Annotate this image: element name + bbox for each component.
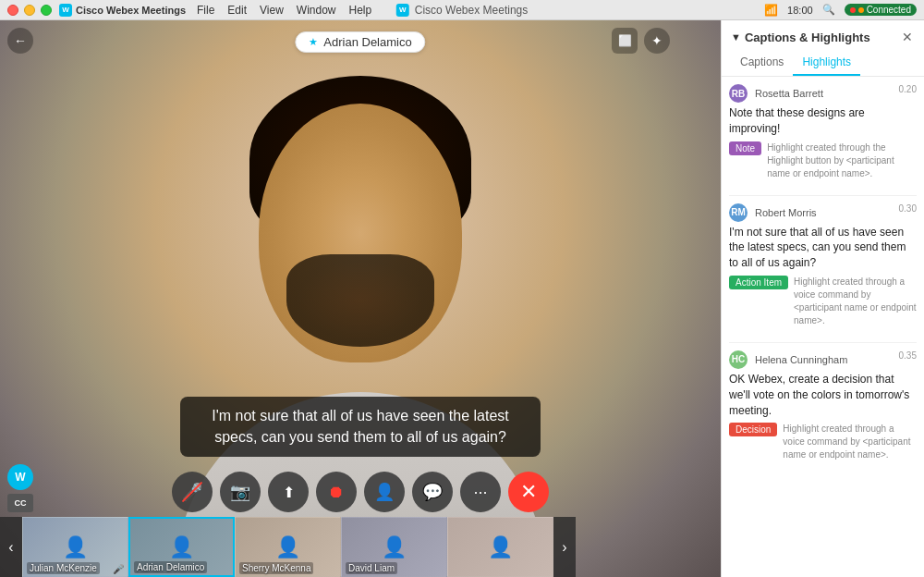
webex-icon: W [396, 4, 409, 17]
highlight-header-2: HC Helena Cunningham 0.35 [729, 350, 917, 369]
menu-bar: File Edit View Window Help [197, 4, 371, 17]
tag-badge-1: Action Item [729, 276, 788, 289]
highlight-time-2: 0.35 [899, 350, 917, 361]
avatar-1: RM [729, 203, 748, 222]
panel-content: RB Rosetta Barrett 0.20 Note that these … [722, 77, 924, 577]
highlight-item-1: RM Robert Morris 0.30 I'm not sure that … [729, 203, 917, 327]
minimize-window-button[interactable] [24, 5, 35, 16]
controls-bar: 🎤 📷 ⬆ ⏺ 👤 💬 ··· ✕ [172, 472, 549, 512]
connected-badge: Connected [845, 4, 917, 16]
back-button[interactable]: ← [7, 28, 33, 54]
end-call-button[interactable]: ✕ [508, 472, 549, 512]
window-title-label: Cisco Webex Meetings [415, 4, 529, 17]
menu-edit[interactable]: Edit [227, 4, 247, 17]
record-button[interactable]: ⏺ [316, 472, 357, 512]
video-button[interactable]: 📷 [220, 472, 261, 512]
menu-help[interactable]: Help [349, 4, 372, 17]
thumb-nav-right[interactable]: › [553, 517, 576, 577]
thumbnail-item-3[interactable]: 👤 David Liam [341, 517, 447, 577]
highlight-text-1: I'm not sure that all of us have seen th… [729, 225, 917, 271]
right-panel: ▼ Captions & Highlights ✕ Captions Highl… [721, 20, 924, 577]
thumb-name-0: Julian McKenzie [27, 562, 100, 574]
wifi-icon: 📶 [764, 4, 778, 17]
app-name: W Cisco Webex Meetings [59, 4, 186, 17]
tag-badge-0: Note [729, 141, 761, 155]
highlight-item-2: HC Helena Cunningham 0.35 OK Webex, crea… [729, 350, 917, 461]
caption-bar: I'm not sure that all of us have seen th… [180, 397, 541, 457]
panel-header: ▼ Captions & Highlights ✕ Captions Highl… [722, 20, 924, 77]
highlight-time-1: 0.30 [899, 203, 917, 214]
menu-file[interactable]: File [197, 4, 214, 17]
time-display: 18:00 [787, 5, 813, 16]
highlight-text-0: Note that these designs are improving! [729, 105, 917, 137]
tag-desc-2: Highlight created through a voice comman… [783, 423, 917, 461]
highlight-header-0: RB Rosetta Barrett 0.20 [729, 84, 917, 103]
panel-title-label: Captions & Highlights [745, 31, 870, 44]
share-button[interactable]: ⬆ [268, 472, 309, 512]
webex-logo: W [7, 464, 33, 490]
menu-view[interactable]: View [260, 4, 284, 17]
caption-text: I'm not sure that all of us have seen th… [212, 408, 508, 444]
app-title-label: Cisco Webex Meetings [76, 5, 186, 16]
divider-0 [729, 195, 917, 196]
thumb-nav-left[interactable]: ‹ [0, 517, 22, 577]
highlight-text-2: OK Webex, create a decision that we'll v… [729, 372, 917, 418]
menu-window[interactable]: Window [297, 4, 336, 17]
highlight-tag-row-2: Decision Highlight created through a voi… [729, 423, 917, 461]
tab-highlights[interactable]: Highlights [793, 52, 860, 76]
participant-name-tag: ★ Adrian Delamico [295, 31, 425, 53]
thumb-name-1: Adrian Delamico [134, 561, 207, 573]
panel-title-row: ▼ Captions & Highlights ✕ [731, 28, 915, 46]
thumbnail-item-0[interactable]: 👤 Julian McKenzie 🎤 [22, 517, 128, 577]
video-area: ★ Adrian Delamico ⬜ ✦ ← I'm not sure tha… [0, 20, 721, 577]
highlight-item-0: RB Rosetta Barrett 0.20 Note that these … [729, 84, 917, 180]
traffic-lights [7, 5, 52, 16]
highlight-tag-row-1: Action Item Highlight created through a … [729, 276, 917, 327]
red-dot-icon [850, 7, 856, 13]
panel-title: ▼ Captions & Highlights [731, 31, 870, 44]
tag-desc-1: Highlight created through a voice comman… [794, 276, 917, 327]
highlight-name-2: Helena Cunningham [755, 354, 899, 365]
chevron-icon: ▼ [731, 31, 741, 43]
cc-button[interactable]: CC [7, 494, 33, 512]
participants-button[interactable]: 👤 [364, 472, 405, 512]
thumbnail-item-4[interactable]: 👤 [447, 517, 553, 577]
search-icon: 🔍 [822, 4, 835, 16]
title-bar: W Cisco Webex Meetings File Edit View Wi… [0, 0, 924, 20]
participant-name-label: Adrian Delamico [323, 35, 411, 49]
connected-label: Connected [867, 5, 911, 15]
thumbnail-strip: ‹ 👤 Julian McKenzie 🎤 👤 Adrian Delamico … [0, 517, 721, 577]
tab-captions[interactable]: Captions [731, 52, 793, 76]
chat-button[interactable]: 💬 [412, 472, 453, 512]
highlight-time-0: 0.20 [899, 84, 917, 94]
more-button[interactable]: ··· [460, 472, 501, 512]
panel-close-button[interactable]: ✕ [900, 28, 915, 46]
close-window-button[interactable] [7, 5, 18, 16]
sparkle-button[interactable]: ✦ [644, 28, 670, 54]
app-icon: W [59, 4, 72, 17]
highlight-name-0: Rosetta Barrett [755, 88, 899, 99]
highlight-tag-row-0: Note Highlight created through the Highl… [729, 141, 917, 180]
person-beard [286, 254, 434, 347]
maximize-window-button[interactable] [41, 5, 52, 16]
title-bar-right: 📶 18:00 🔍 Connected [764, 4, 917, 17]
panel-tabs: Captions Highlights [731, 52, 915, 76]
window-title: W Cisco Webex Meetings [396, 4, 529, 17]
thumb-face-4: 👤 [448, 518, 553, 576]
tag-desc-0: Highlight created through the Highlight … [767, 141, 917, 180]
screen-share-button[interactable]: ⬜ [612, 28, 638, 54]
thumbnail-item-2[interactable]: 👤 Sherry McKenna [235, 517, 341, 577]
bottom-left-icons: W CC [7, 464, 33, 512]
thumbnail-item-1[interactable]: 👤 Adrian Delamico [128, 517, 235, 577]
avatar-2: HC [729, 350, 748, 369]
avatar-0: RB [729, 84, 748, 103]
thumb-mic-icon-0: 🎤 [113, 564, 124, 574]
mute-button[interactable]: 🎤 [172, 472, 213, 512]
divider-1 [729, 342, 917, 343]
highlight-header-1: RM Robert Morris 0.30 [729, 203, 917, 222]
thumb-name-3: David Liam [346, 562, 397, 574]
star-icon: ★ [309, 36, 318, 48]
main-content: ★ Adrian Delamico ⬜ ✦ ← I'm not sure tha… [0, 20, 924, 577]
tag-badge-2: Decision [729, 423, 777, 436]
highlight-name-1: Robert Morris [755, 207, 899, 218]
